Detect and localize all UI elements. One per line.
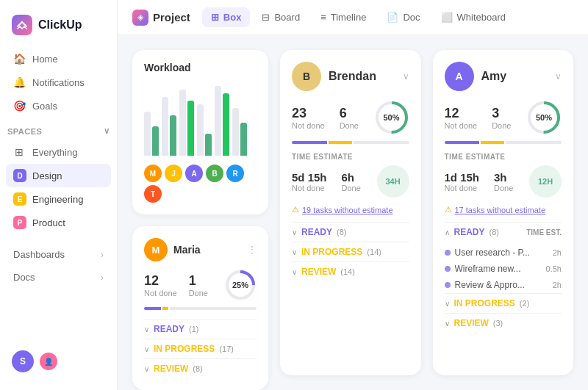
maria-review-count: (8) [193,364,202,373]
tab-box[interactable]: ⊞ Box [202,7,251,27]
sidebar-item-design[interactable]: D Design [6,164,111,187]
amy-inprogress-section[interactable]: ∨ IN PROGRESS (2) [445,293,562,313]
workload-title: Workload [144,62,257,73]
maria-done-label: Done [189,289,208,297]
doc-icon: 📄 [387,12,398,23]
amy-not-done-stat: 12 Not done [445,106,478,130]
bar-gray-4 [197,104,204,156]
brendan-inprogress-label: IN PROGRESS [301,247,362,257]
amy-warning: ⚠ 17 tasks without estimate [445,205,562,214]
sidebar-item-goals[interactable]: 🎯 Goals [6,94,111,118]
maria-done-num: 1 [189,273,208,289]
amy-inprogress-label: IN PROGRESS [454,298,515,308]
tab-timeline[interactable]: ≡ Timeline [312,7,375,27]
sidebar-item-home[interactable]: 🏠 Home [6,47,111,71]
sidebar-item-everything[interactable]: ⊞ Everything [6,140,111,164]
tab-board[interactable]: ⊟ Board [253,7,309,27]
amy-time-nd-val: 1d 15h [445,171,480,184]
everything-icon: ⊞ [13,146,25,158]
docs-chevron: › [101,272,104,283]
task-name-1: User research - P... [455,248,553,258]
brendan-inprogress-count: (14) [367,248,381,256]
brendan-review-section[interactable]: ∨ REVIEW (14) [292,261,409,281]
bottom-nav: Dashboards › Docs › [0,243,117,289]
amy-card: A Amy ∨ 12 Not done 3 Done [433,50,574,375]
brendan-total-val: 34H [385,177,400,186]
brendan-not-done-label: Not done [292,121,325,130]
amy-review-chevron: ∨ [445,319,450,328]
spaces-section: Spaces ∨ [0,118,117,140]
workload-avatar-6: T [144,185,162,203]
brendan-name: Brendan [329,70,376,83]
bar-green-4 [205,134,212,156]
tab-doc-label: Doc [403,12,420,23]
workload-avatar-2: J [165,165,182,182]
maria-card: M Maria ⋮ 12 Not done 1 Done [132,226,268,390]
notifications-label: Notifications [32,77,85,88]
maria-expand[interactable]: ⋮ [248,245,257,255]
tab-doc[interactable]: 📄 Doc [378,7,429,27]
workload-avatar-3: A [185,165,203,182]
user-avatar-2[interactable]: 👤 [40,353,57,370]
bar-green-3 [187,101,194,156]
maria-progress-label: 25% [232,281,248,289]
amy-total-val: 12H [538,177,553,186]
spaces-chevron[interactable]: ∨ [104,126,110,136]
amy-warning-icon: ⚠ [445,205,452,214]
bar-green-2 [170,115,176,156]
workload-card: Workload [132,50,268,214]
brendan-expand[interactable]: ∨ [403,71,409,82]
sidebar: ClickUp 🏠 Home 🔔 Notifications 🎯 Goals S… [0,0,118,390]
task-time-3: 2h [553,281,562,289]
tab-whiteboard[interactable]: ⬜ Whiteboard [432,7,514,27]
project-icon: ◈ [132,10,148,26]
sidebar-item-engineering[interactable]: E Engineering [6,187,111,211]
task-dot-3 [445,282,451,288]
maria-inprogress-section[interactable]: ∨ IN PROGRESS (17) [144,339,257,358]
tab-timeline-label: Timeline [331,12,367,23]
bar-gray-3 [179,90,186,156]
amy-ready-section[interactable]: ∧ READY (8) TIME EST. [445,222,562,242]
sidebar-item-notifications[interactable]: 🔔 Notifications [6,71,111,94]
sidebar-item-product[interactable]: P Product [6,211,111,234]
sidebar-item-docs[interactable]: Docs › [6,266,111,289]
user-avatar[interactable]: S [12,350,34,372]
maria-avatar: M [144,238,168,261]
brendan-progress-ring: 50% [374,100,409,135]
brendan-ready-count: (8) [337,228,346,236]
amy-review-count: (3) [493,319,503,328]
workload-avatar-4: B [206,165,223,182]
amy-done-label: Done [492,121,511,130]
workload-chart [144,82,257,156]
brendan-total-time: 34H [377,165,409,198]
bar-green-1 [152,126,159,156]
brendan-inprogress-chevron: ∨ [292,248,297,256]
left-column: Workload [132,50,268,375]
logo[interactable]: ClickUp [0,9,117,47]
brendan-ready-section[interactable]: ∨ READY (8) [292,222,409,242]
bar-gray-5 [215,86,221,156]
middle-column: B Brendan ∨ 23 Not done 6 Done [280,50,421,375]
spaces-label: Spaces [7,127,42,136]
amy-review-section[interactable]: ∨ REVIEW (3) [445,313,562,333]
product-label: Product [32,217,65,228]
brendan-progress-label: 50% [383,113,399,122]
design-dot: D [13,169,26,182]
brendan-not-done-stat: 23 Not done [292,106,325,130]
brendan-warning-link[interactable]: 19 tasks without estimate [302,206,393,214]
brendan-inprogress-section[interactable]: ∨ IN PROGRESS (14) [292,242,409,261]
sidebar-item-dashboards[interactable]: Dashboards › [6,243,111,266]
amy-warning-link[interactable]: 17 tasks without estimate [455,206,546,214]
amy-time-d-val: 3h [494,171,513,184]
goals-label: Goals [32,101,57,112]
amy-expand[interactable]: ∨ [555,71,562,82]
maria-name: Maria [173,244,201,256]
maria-progress-bar [144,307,257,310]
maria-ready-section[interactable]: ∨ READY (1) [144,319,257,339]
amy-ready-count: (8) [490,228,499,236]
maria-not-done-stat: 12 Not done [144,273,177,297]
bar-group-2 [162,97,176,156]
amy-time-section: TIME ESTIMATE 1d 15h Not done 3h Done [445,153,562,198]
maria-review-section[interactable]: ∨ REVIEW (8) [144,358,257,378]
engineering-label: Engineering [32,194,83,205]
